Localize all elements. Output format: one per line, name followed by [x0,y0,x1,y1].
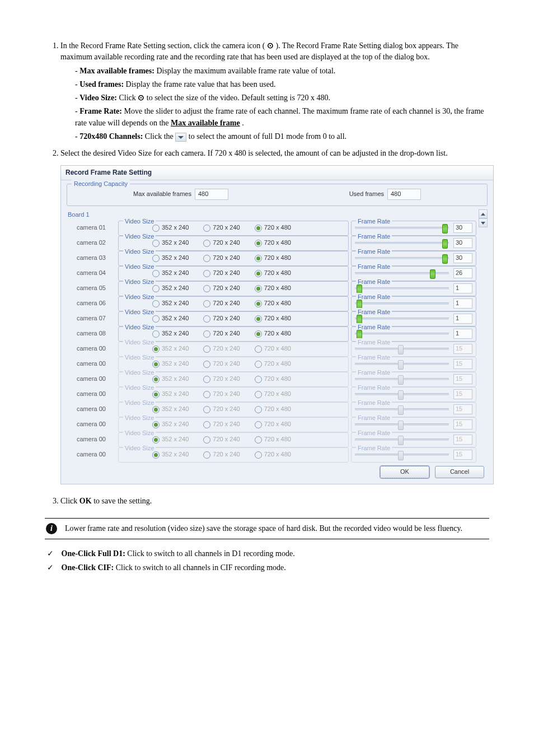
radio-label: 720 x 480 [264,390,291,399]
frame-rate-slider [355,454,449,456]
frame-rate-legend: Frame Rate [356,429,392,438]
frame-rate-slider[interactable] [355,272,449,275]
radio-icon [152,436,160,444]
video-size-radio[interactable]: 720 x 480 [255,254,291,263]
info-icon: i [46,523,57,534]
video-size-radio[interactable]: 720 x 240 [203,269,240,278]
video-size-radio[interactable]: 720 x 480 [255,299,291,308]
video-size-radio: 352 x 240 [152,375,189,384]
scroll-up-button[interactable] [479,209,488,218]
slider-thumb[interactable] [442,239,448,249]
cancel-button[interactable]: Cancel [435,466,484,478]
video-size-radio[interactable]: 720 x 480 [255,223,291,232]
frame-rate-legend: Frame Rate [356,414,392,423]
video-size-radio[interactable]: 352 x 240 [152,239,189,248]
slider-thumb[interactable] [442,224,448,234]
chevron-down-icon [481,222,485,225]
radio-icon [203,376,210,383]
video-size-legend: Video Size [123,444,156,453]
video-size-radio[interactable]: 720 x 480 [255,239,291,248]
dropdown-icon [175,133,186,142]
camera-label: camera 04 [67,266,116,281]
radio-icon [255,346,262,353]
video-size-radio[interactable]: 720 x 240 [203,299,240,308]
video-size-radio[interactable]: 720 x 240 [203,223,240,232]
dash-label: Max available frames: [79,67,154,75]
frame-rate-slider[interactable] [355,257,449,260]
video-size-legend: Video Size [123,384,156,393]
video-size-radio: 720 x 480 [255,390,291,399]
video-size-radio[interactable]: 352 x 240 [152,269,189,278]
video-size-radio[interactable]: 720 x 480 [255,284,291,293]
step-1: In the Record Frame Rate Setting section… [60,40,489,142]
step-3-b: to save the setting. [93,497,152,505]
radio-label: 720 x 480 [264,420,291,429]
video-size-radio[interactable]: 720 x 240 [203,284,240,293]
frame-rate-value: 15 [453,359,472,369]
radio-label: 720 x 240 [213,435,240,444]
chevron-up-icon [481,213,485,216]
slider-thumb[interactable] [442,254,448,264]
frame-rate-value: 1 [453,314,472,324]
radio-label: 720 x 240 [213,375,240,384]
video-size-radio[interactable]: 720 x 240 [203,314,240,323]
radio-label: 720 x 240 [213,450,240,459]
step-2-text: Select the desired Video Size for each c… [60,149,448,157]
radio-icon [203,240,210,247]
bullet-label: One-Click CIF: [62,563,114,572]
frame-rate-legend: Frame Rate [356,232,392,241]
video-size-legend: Video Size [123,323,156,332]
radio-label: 720 x 480 [264,239,291,248]
frame-rate-value: 30 [453,223,472,233]
video-size-radio[interactable]: 720 x 240 [203,254,240,263]
radio-label: 352 x 240 [162,223,189,232]
radio-label: 720 x 240 [213,405,240,414]
video-size-radio[interactable]: 352 x 240 [152,284,189,293]
link-max-available[interactable]: Max available frame [171,119,240,127]
camera-row: camera 00Video Size352 x 240720 x 240720… [67,447,476,463]
radio-icon [203,255,210,262]
frame-rate-legend: Frame Rate [356,353,392,362]
frame-rate-slider[interactable] [355,318,449,320]
video-size-radio[interactable]: 352 x 240 [152,314,189,323]
ok-button[interactable]: OK [380,466,429,478]
video-size-radio: 720 x 240 [203,405,240,414]
slider-thumb[interactable] [430,269,435,279]
video-size-radio[interactable]: 720 x 480 [255,269,291,278]
video-size-radio: 720 x 480 [255,435,291,444]
dash-label: Used frames: [79,80,124,88]
video-size-radio[interactable]: 352 x 240 [152,329,189,338]
camera-label: camera 00 [67,447,116,463]
radio-icon [203,421,210,428]
frame-rate-slider[interactable] [355,302,449,305]
radio-icon [255,255,262,262]
scrollbar[interactable] [479,209,488,227]
frame-rate-slider[interactable] [355,333,449,335]
video-size-radio[interactable]: 352 x 240 [152,223,189,232]
frame-rate-value: 15 [453,344,472,354]
frame-rate-slider[interactable] [355,227,449,230]
radio-icon [255,330,262,338]
frame-rate-slider[interactable] [355,242,449,245]
radio-label: 352 x 240 [162,344,189,353]
video-size-radio[interactable]: 720 x 480 [255,314,291,323]
video-size-radio[interactable]: 720 x 240 [203,239,240,248]
ok-label: OK [79,497,92,505]
radio-label: 720 x 240 [213,344,240,353]
slider-thumb [398,451,404,460]
video-size-legend: Video Size [123,278,156,287]
radio-icon [152,285,160,292]
video-size-radio[interactable]: 352 x 240 [152,254,189,263]
frame-rate-slider[interactable] [355,287,449,290]
frame-rate-value: 26 [453,268,472,278]
radio-icon [152,406,160,413]
video-size-radio[interactable]: 720 x 480 [255,329,291,338]
radio-icon [255,270,262,277]
scroll-down-button[interactable] [479,218,488,227]
video-size-radio[interactable]: 720 x 240 [203,329,240,338]
dash-tail: . [242,119,244,127]
video-size-radio[interactable]: 352 x 240 [152,299,189,308]
video-size-legend: Video Size [123,308,156,317]
radio-label: 720 x 240 [213,329,240,338]
video-size-group: Video Size352 x 240720 x 240720 x 480 [118,447,349,463]
